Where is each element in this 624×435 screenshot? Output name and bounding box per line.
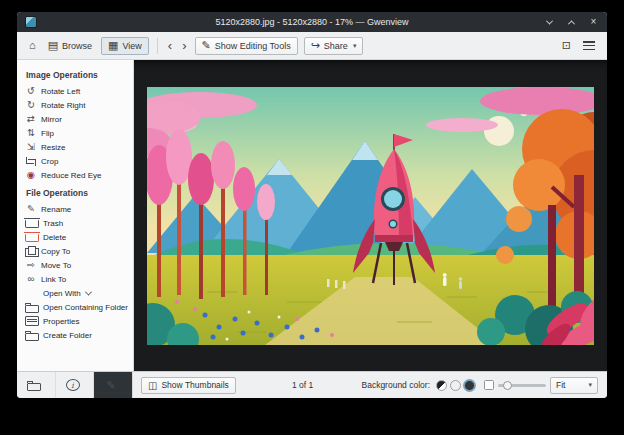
sidebar-item-label: Trash [43,219,63,228]
sidebar-item-reduce-red-eye[interactable]: ◉Reduce Red Eye [17,168,133,182]
home-icon: ⌂ [29,40,36,51]
sidebar-item-label: Rotate Right [41,101,85,110]
zoom-slider[interactable] [498,379,546,391]
sidebar-item-move-to[interactable]: ⇨Move To [17,258,133,272]
reduce-red-eye-icon: ◉ [25,170,37,180]
mirror-icon: ⇄ [25,114,37,124]
sidebar-item-flip[interactable]: ⇅Flip [17,126,133,140]
hamburger-icon [583,41,595,50]
move-to-icon: ⇨ [25,260,37,270]
close-button[interactable]: × [588,17,599,28]
fullscreen-icon: ⊡ [562,40,571,51]
sidebar-tab-folders[interactable] [17,372,56,398]
menu-button[interactable] [580,37,598,55]
viewer-image [147,87,594,345]
app-icon [25,16,37,28]
sidebar-item-label: Link To [41,275,66,284]
browse-icon: ▤ [48,40,58,51]
delete-icon [25,234,39,242]
sidebar-item-label: Create Folder [43,331,92,340]
sidebar-item-mirror[interactable]: ⇄Mirror [17,112,133,126]
forward-button[interactable]: › [180,37,188,55]
sidebar-item-label: Flip [41,129,54,138]
info-icon: i [66,379,80,391]
background-color-label: Background color: [361,380,430,390]
show-editing-tools-label: Show Editing Tools [215,41,291,51]
operations-sidebar: Image Operations↺Rotate Left↻Rotate Righ… [17,60,134,371]
pencil-icon: ✎ [202,40,211,51]
image-viewer[interactable] [134,60,607,371]
pencil-icon: ✎ [105,380,117,391]
sidebar-item-open-with[interactable]: Open With [17,286,133,300]
browse-button[interactable]: ▤ Browse [45,37,95,55]
sidebar-item-trash[interactable]: Trash [17,216,133,230]
sidebar-item-crop[interactable]: Crop [17,154,133,168]
sidebar-item-create-folder[interactable]: Create Folder [17,328,133,342]
zoom-controls: Background color: Fit ▾ [361,377,607,394]
share-button[interactable]: ↪ Share ▾ [304,37,364,55]
sidebar-tabs: i✎ [17,372,133,398]
sidebar-item-label: Mirror [41,115,62,124]
view-button[interactable]: ▦ View [101,37,149,55]
zoom-slider-handle[interactable] [503,381,512,390]
copy-to-icon [25,248,39,257]
background-swatch-light[interactable] [450,380,461,391]
section-header: Image Operations [17,64,133,84]
titlebar[interactable]: 5120x2880.jpg - 5120x2880 - 17% — Gwenvi… [17,12,607,32]
link-to-icon: ∞ [25,274,37,284]
sidebar-item-label: Properties [43,317,79,326]
maximize-button[interactable] [566,17,577,28]
sidebar-tab-operations[interactable]: ✎ [94,372,132,398]
section-header: File Operations [17,182,133,202]
sidebar-item-copy-to[interactable]: Copy To [17,244,133,258]
crop-icon [25,157,37,166]
sidebar-item-resize[interactable]: ⇲Resize [17,140,133,154]
sidebar-item-link-to[interactable]: ∞Link To [17,272,133,286]
folder-icon [27,383,41,391]
background-swatch-auto[interactable] [436,380,447,391]
rotate-right-icon: ↻ [25,100,37,110]
toolbar: ⌂ ▤ Browse ▦ View ‹ › ✎ Show Editing Too… [17,32,607,60]
sidebar-item-open-containing-folder[interactable]: Open Containing Folder [17,300,133,314]
sidebar-item-delete[interactable]: Delete [17,230,133,244]
share-icon: ↪ [311,40,320,51]
open-containing-folder-icon [25,305,39,313]
image-counter: 1 of 1 [292,380,313,390]
show-editing-tools-button[interactable]: ✎ Show Editing Tools [195,37,298,55]
create-folder-icon [25,333,39,341]
minimize-button[interactable] [544,17,555,28]
show-thumbnails-button[interactable]: ◫ Show Thumbnails [141,377,236,394]
sidebar-item-label: Delete [43,233,66,242]
rename-icon: ✎ [25,204,37,214]
rotate-left-icon: ↺ [25,86,37,96]
sidebar-item-label: Resize [41,143,65,152]
sidebar-item-rotate-right[interactable]: ↻Rotate Right [17,98,133,112]
maximize-icon [568,20,575,27]
properties-icon [25,316,39,326]
resize-icon: ⇲ [25,142,37,152]
toolbar-separator [157,38,158,54]
home-button[interactable]: ⌂ [26,37,39,55]
view-icon: ▦ [108,40,118,51]
sidebar-item-label: Copy To [41,247,70,256]
window-title: 5120x2880.jpg - 5120x2880 - 17% — Gwenvi… [17,17,607,27]
chevron-down-icon [85,288,92,295]
zoom-lock-checkbox[interactable] [484,380,494,390]
sidebar-item-rename[interactable]: ✎Rename [17,202,133,216]
chevron-down-icon: ▾ [353,42,357,50]
flip-icon: ⇅ [25,128,37,138]
view-label: View [122,41,141,51]
minimize-icon [546,17,553,24]
swatch-group [436,380,475,391]
sidebar-item-rotate-left[interactable]: ↺Rotate Left [17,84,133,98]
sidebar-item-label: Rename [41,205,71,214]
sidebar-item-label: Open Containing Folder [43,303,128,312]
sidebar-item-properties[interactable]: Properties [17,314,133,328]
back-button[interactable]: ‹ [166,37,174,55]
background-swatch-dark[interactable] [464,380,475,391]
show-thumbnails-label: Show Thumbnails [161,380,228,390]
sidebar-tab-information[interactable]: i [56,372,95,398]
fullscreen-button[interactable]: ⊡ [559,37,574,55]
sidebar-sections: Image Operations↺Rotate Left↻Rotate Righ… [17,64,133,342]
zoom-mode-select[interactable]: Fit ▾ [550,377,598,394]
